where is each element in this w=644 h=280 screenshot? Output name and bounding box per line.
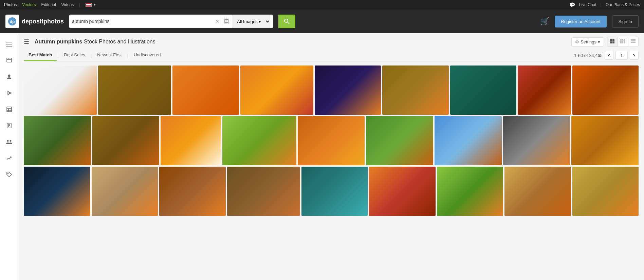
image-tile[interactable]	[382, 66, 449, 115]
filter-tab-best-sales[interactable]: Best Sales	[59, 50, 90, 61]
logo-text: depositphotos	[22, 18, 64, 25]
svg-rect-40	[624, 42, 625, 43]
nav-editorial[interactable]: Editorial	[41, 2, 56, 7]
svg-rect-31	[612, 41, 614, 43]
sidebar-item-table[interactable]	[2, 102, 16, 116]
register-button[interactable]: Register an Account	[555, 16, 606, 27]
svg-line-3	[288, 22, 289, 24]
search-input[interactable]	[72, 19, 213, 24]
svg-point-23	[7, 140, 8, 142]
live-chat-icon: 💬	[569, 2, 575, 7]
filter-tab-undiscovered[interactable]: Undiscovered	[129, 50, 166, 61]
image-tile[interactable]	[437, 167, 503, 216]
svg-rect-43	[631, 42, 636, 43]
menu-icon[interactable]: ☰	[24, 38, 29, 45]
svg-rect-30	[610, 41, 612, 43]
nav-videos[interactable]: Videos	[61, 2, 74, 7]
image-tile[interactable]	[159, 167, 226, 216]
image-tile[interactable]	[92, 167, 158, 216]
filter-tabs: Best Match | Best Sales | Newest First |…	[24, 50, 165, 61]
logo[interactable]: dp depositphotos	[5, 15, 64, 28]
svg-rect-39	[622, 42, 623, 43]
sidebar-item-filter[interactable]	[2, 37, 16, 51]
view-list-button[interactable]	[628, 37, 638, 46]
view-grid-large-button[interactable]	[607, 37, 618, 46]
image-tile[interactable]	[518, 66, 571, 115]
page-title-rest: Stock Photos and Illustrations	[84, 39, 155, 44]
svg-rect-28	[610, 39, 612, 41]
us-flag-icon	[86, 3, 92, 7]
nav-vectors[interactable]: Vectors	[22, 2, 36, 7]
image-tile[interactable]	[24, 167, 90, 216]
image-tile[interactable]	[571, 116, 639, 165]
image-tile[interactable]	[315, 66, 381, 115]
sidebar-item-people[interactable]	[2, 135, 16, 149]
sidebar	[0, 33, 18, 280]
image-tile[interactable]	[450, 66, 517, 115]
svg-rect-15	[7, 107, 12, 112]
svg-rect-7	[7, 58, 12, 62]
image-row-3	[24, 167, 639, 216]
image-tile[interactable]	[161, 116, 221, 165]
sidebar-item-analytics[interactable]	[2, 151, 16, 165]
svg-point-24	[10, 140, 11, 142]
search-button[interactable]	[278, 15, 295, 28]
page-prev-button[interactable]: <	[605, 51, 613, 60]
sidebar-item-user[interactable]	[2, 70, 16, 83]
image-tile[interactable]	[366, 116, 433, 165]
image-tile[interactable]	[92, 116, 160, 165]
page-range: 1-60 of 24,465	[574, 53, 603, 58]
image-tile[interactable]	[227, 167, 300, 216]
view-grid-medium-button[interactable]	[618, 37, 628, 46]
signin-button[interactable]: Sign In	[612, 15, 639, 28]
svg-point-10	[8, 75, 10, 77]
image-tile[interactable]	[98, 66, 171, 115]
top-navigation: Photos Vectors Editorial Videos | ▼ 💬 Li…	[0, 0, 644, 10]
search-image-icon[interactable]: 🖼	[222, 17, 231, 26]
page-next-button[interactable]: >	[630, 51, 639, 60]
filter-tab-best-match[interactable]: Best Match	[24, 50, 57, 61]
image-tile[interactable]	[172, 66, 239, 115]
image-tile[interactable]	[301, 167, 368, 216]
filter-tab-newest[interactable]: Newest First	[92, 50, 126, 61]
image-tile[interactable]	[240, 66, 313, 115]
search-clear-icon[interactable]: ✕	[214, 17, 221, 25]
page-number-input[interactable]	[615, 51, 628, 60]
sidebar-item-report[interactable]	[2, 119, 16, 132]
image-tile[interactable]	[435, 116, 502, 165]
live-chat-link[interactable]: Live Chat	[579, 2, 596, 7]
sidebar-item-collections[interactable]	[2, 54, 16, 67]
svg-rect-42	[631, 40, 636, 41]
image-tile[interactable]	[572, 66, 639, 115]
image-grid-container	[24, 66, 639, 216]
image-tile[interactable]	[24, 116, 91, 165]
plans-prices-link[interactable]: Our Plans & Prices	[606, 2, 640, 7]
page-title-bold: Autumn pumpkins	[35, 39, 82, 44]
language-flag[interactable]: ▼	[86, 3, 96, 7]
main-content: ☰ Autumn pumpkins Stock Photos and Illus…	[18, 33, 644, 280]
image-tile[interactable]	[222, 116, 296, 165]
image-tile[interactable]	[572, 167, 639, 216]
svg-rect-5	[6, 44, 12, 44]
image-tile[interactable]	[503, 116, 570, 165]
header: dp depositphotos ✕ 🖼 All Images ▾ 🛒 Regi…	[0, 10, 644, 33]
search-type-select[interactable]: All Images ▾	[232, 15, 270, 28]
image-tile[interactable]	[369, 167, 436, 216]
settings-button[interactable]: ⚙ Settings ▾	[571, 37, 604, 46]
svg-rect-33	[622, 39, 623, 40]
sidebar-item-scissors[interactable]	[2, 86, 16, 100]
search-bar: ✕ 🖼 All Images ▾	[69, 15, 273, 28]
image-row-1	[24, 66, 639, 115]
nav-photos[interactable]: Photos	[4, 2, 17, 7]
page-title: Autumn pumpkins Stock Photos and Illustr…	[35, 39, 155, 45]
image-tile[interactable]	[24, 66, 97, 115]
image-tile[interactable]	[298, 116, 365, 165]
svg-rect-32	[620, 39, 622, 40]
svg-point-2	[284, 19, 288, 22]
cart-icon[interactable]: 🛒	[540, 17, 549, 26]
logo-icon: dp	[5, 15, 19, 28]
sidebar-item-tag[interactable]	[2, 168, 16, 181]
svg-rect-29	[612, 39, 614, 41]
image-tile[interactable]	[504, 167, 571, 216]
content-wrapper: ☰ Autumn pumpkins Stock Photos and Illus…	[0, 33, 644, 280]
